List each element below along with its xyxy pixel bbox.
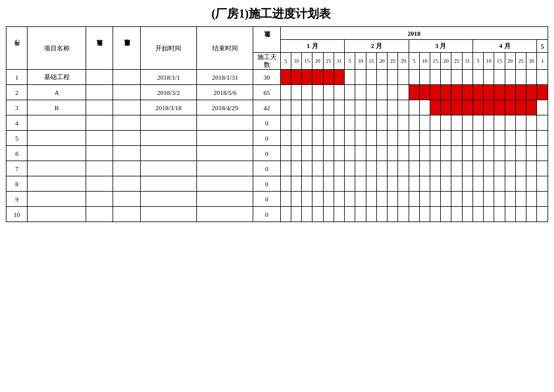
gantt-day-cell — [451, 100, 462, 115]
gantt-day-cell — [494, 85, 505, 100]
gantt-day-cell — [388, 100, 398, 115]
gantt-day-cell — [430, 100, 441, 115]
gantt-day-cell — [515, 207, 526, 222]
gantt-day-cell — [462, 131, 473, 146]
table-cell: A — [28, 85, 86, 100]
day-label: 20 — [505, 53, 515, 70]
gantt-day-cell — [345, 85, 355, 100]
table-row: 2A2018/3/22018/5/665 — [6, 85, 548, 100]
gantt-day-cell — [280, 192, 291, 207]
gantt-day-cell — [409, 192, 419, 207]
gantt-day-cell — [430, 85, 441, 100]
gantt-day-cell — [441, 115, 451, 131]
gantt-day-cell — [366, 146, 376, 161]
gantt-day-cell — [526, 176, 537, 192]
table-row: 40 — [6, 115, 548, 131]
gantt-day-cell — [526, 161, 537, 176]
table-cell — [197, 161, 253, 176]
table-cell: 0 — [253, 192, 280, 207]
day-label: 25 — [515, 53, 526, 70]
gantt-day-cell — [345, 192, 355, 207]
table-row: 90 — [6, 192, 548, 207]
days-col-label: 施工天数 — [253, 53, 280, 70]
gantt-day-cell — [355, 131, 366, 146]
table-cell: 9 — [6, 192, 28, 207]
gantt-day-cell — [441, 176, 451, 192]
day-label: 25 — [388, 53, 398, 70]
table-cell: 0 — [253, 176, 280, 192]
gantt-day-cell — [537, 115, 548, 131]
gantt-day-cell — [462, 85, 473, 100]
gantt-day-cell — [398, 70, 409, 85]
gantt-day-cell — [419, 192, 430, 207]
gantt-day-cell — [355, 192, 366, 207]
gantt-day-cell — [388, 70, 398, 85]
gantt-day-cell — [462, 100, 473, 115]
table-cell: 2018/1/1 — [140, 70, 196, 85]
gantt-day-cell — [462, 161, 473, 176]
gantt-day-cell — [323, 100, 334, 115]
gantt-day-cell — [355, 161, 366, 176]
gantt-day-cell — [366, 176, 376, 192]
table-cell — [28, 161, 86, 176]
gantt-day-cell — [376, 85, 387, 100]
day-label: 10 — [484, 53, 494, 70]
gantt-day-cell — [409, 70, 419, 85]
table-cell — [113, 207, 140, 222]
gantt-day-cell — [312, 146, 323, 161]
table-cell — [113, 176, 140, 192]
day-label: 31 — [462, 53, 473, 70]
gantt-day-cell — [441, 70, 451, 85]
table-row: 70 — [6, 161, 548, 176]
gantt-day-cell — [302, 192, 312, 207]
gantt-day-cell — [505, 192, 515, 207]
table-cell: 42 — [253, 100, 280, 115]
day-label: 15 — [302, 53, 312, 70]
gantt-day-cell — [366, 85, 376, 100]
gantt-day-cell — [526, 207, 537, 222]
gantt-day-cell — [302, 161, 312, 176]
table-cell — [140, 131, 196, 146]
gantt-day-cell — [345, 161, 355, 176]
gantt-day-cell — [451, 70, 462, 85]
col-header-total: 定额总用工天数 — [113, 27, 140, 70]
gantt-day-cell — [515, 70, 526, 85]
gantt-day-cell — [484, 207, 494, 222]
table-cell — [113, 131, 140, 146]
gantt-day-cell — [388, 85, 398, 100]
gantt-day-cell — [505, 85, 515, 100]
gantt-day-cell — [419, 131, 430, 146]
table-cell — [113, 192, 140, 207]
gantt-day-cell — [484, 131, 494, 146]
day-label: 30 — [526, 53, 537, 70]
table-cell: 0 — [253, 207, 280, 222]
table-cell: 65 — [253, 85, 280, 100]
col-header-days: 施工天数 — [253, 27, 280, 53]
gantt-day-cell — [505, 161, 515, 176]
gantt-day-cell — [312, 161, 323, 176]
table-row: 100 — [6, 207, 548, 222]
gantt-day-cell — [334, 131, 344, 146]
table-cell: 6 — [6, 146, 28, 161]
table-cell — [28, 146, 86, 161]
page-container: (厂房1)施工进度计划表 序号 项目名称 — [0, 0, 554, 392]
table-row: 60 — [6, 146, 548, 161]
day-label: 20 — [312, 53, 323, 70]
gantt-day-cell — [366, 100, 376, 115]
table-cell — [86, 115, 113, 131]
table-cell — [140, 176, 196, 192]
month-1-header: 1 月 — [280, 40, 344, 53]
gantt-day-cell — [515, 146, 526, 161]
gantt-day-cell — [526, 100, 537, 115]
gantt-day-cell — [451, 176, 462, 192]
table-cell: 2018/3/18 — [140, 100, 196, 115]
gantt-day-cell — [430, 115, 441, 131]
gantt-day-cell — [302, 70, 312, 85]
gantt-day-cell — [484, 85, 494, 100]
gantt-day-cell — [302, 131, 312, 146]
gantt-day-cell — [345, 70, 355, 85]
gantt-day-cell — [334, 176, 344, 192]
gantt-day-cell — [388, 192, 398, 207]
gantt-day-cell — [441, 207, 451, 222]
table-cell: 2018/1/31 — [197, 70, 253, 85]
